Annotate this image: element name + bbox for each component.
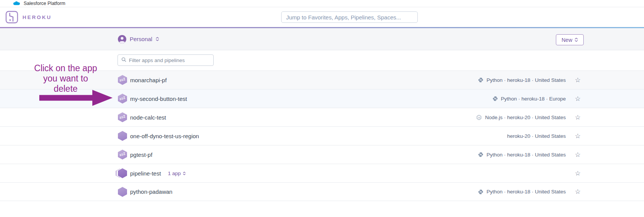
app-meta-text: Python · heroku-18 · United States <box>486 77 566 83</box>
app-name-link[interactable]: my-second-button-test <box>130 96 187 102</box>
app-icon <box>118 187 127 197</box>
favorite-star-icon[interactable]: ☆ <box>575 170 581 177</box>
favorite-star-icon[interactable]: ☆ <box>575 152 581 158</box>
python-icon <box>478 152 483 157</box>
app-row-node-calc-test[interactable]: zzZ node-calc-test JS Node.js · heroku-2… <box>0 108 644 126</box>
app-meta: Python · heroku-18 · Europe <box>493 96 566 102</box>
app-list: zzZ monarchapi-pf Python · heroku-18 · U… <box>0 70 644 201</box>
filter-box[interactable] <box>118 54 214 66</box>
app-meta-text: Python · heroku-18 · Europe <box>501 96 566 102</box>
new-button-sorter-icon <box>575 38 578 42</box>
account-subheader: Personal New <box>0 28 644 50</box>
app-row-python-padawan[interactable]: python-padawan Python · heroku-18 · Unit… <box>0 182 644 201</box>
pipeline-row-pipeline-test[interactable]: pipeline-test 1 app ☆ <box>0 164 644 182</box>
search-icon <box>121 57 126 64</box>
app-meta-text: Python · heroku-18 · United States <box>486 189 566 195</box>
app-meta-text: Python · heroku-18 · United States <box>486 152 566 158</box>
pipeline-app-count[interactable]: 1 app <box>168 171 186 176</box>
heroku-dashboard: Salesforce Platform HEROKU Personal <box>0 0 644 217</box>
app-row-pgtest-pf[interactable]: zzZ pgtest-pf Python · heroku-18 · Unite… <box>0 145 644 164</box>
app-meta-text: heroku-20 · United States <box>507 133 566 139</box>
pipeline-app-count-label: 1 app <box>168 171 181 176</box>
salesforce-cloud-icon <box>13 1 21 6</box>
salesforce-platform-label: Salesforce Platform <box>24 1 65 6</box>
salesforce-topbar: Salesforce Platform <box>0 0 644 7</box>
new-button-label: New <box>562 37 572 43</box>
global-search-input[interactable] <box>281 11 418 23</box>
sleeping-app-icon: zzZ <box>118 75 127 85</box>
app-meta: JS Node.js · heroku-20 · United States <box>476 115 566 120</box>
account-name: Personal <box>130 36 152 42</box>
nodejs-icon: JS <box>476 115 482 120</box>
python-icon <box>478 189 483 195</box>
app-meta: heroku-20 · United States <box>507 133 566 139</box>
app-meta: Python · heroku-18 · United States <box>478 152 566 158</box>
favorite-star-icon[interactable]: ☆ <box>575 96 581 102</box>
app-meta: Python · heroku-18 · United States <box>478 77 566 83</box>
app-name-link[interactable]: monarchapi-pf <box>130 77 167 83</box>
sleeping-app-icon: zzZ <box>118 150 127 160</box>
new-button[interactable]: New <box>556 34 584 45</box>
favorite-star-icon[interactable]: ☆ <box>575 77 581 83</box>
filter-apps-input[interactable] <box>129 57 210 63</box>
app-name-link[interactable]: one-off-dyno-test-us-region <box>130 133 199 139</box>
svg-text:JS: JS <box>478 116 481 118</box>
app-meta-text: Node.js · heroku-20 · United States <box>485 115 566 120</box>
app-meta: Python · heroku-18 · United States <box>478 189 566 195</box>
python-icon <box>493 96 498 101</box>
favorite-star-icon[interactable]: ☆ <box>575 114 581 121</box>
pipeline-sorter-icon <box>183 172 186 175</box>
heroku-logo-icon[interactable] <box>5 11 18 24</box>
sleeping-app-icon: zzZ <box>118 94 127 104</box>
app-icon <box>118 131 127 141</box>
app-row-monarchapi-pf[interactable]: zzZ monarchapi-pf Python · heroku-18 · U… <box>0 70 644 89</box>
account-switcher[interactable]: Personal <box>118 28 159 50</box>
app-row-one-off-dyno-test-us-region[interactable]: one-off-dyno-test-us-region heroku-20 · … <box>0 126 644 145</box>
pipeline-name-link[interactable]: pipeline-test <box>130 170 161 177</box>
sleeping-app-icon: zzZ <box>118 112 127 122</box>
favorite-star-icon[interactable]: ☆ <box>575 133 581 139</box>
heroku-header: HEROKU <box>0 7 644 27</box>
heroku-wordmark: HEROKU <box>23 14 52 20</box>
filter-band <box>0 50 644 70</box>
favorite-star-icon[interactable]: ☆ <box>575 188 581 195</box>
account-sorter-icon <box>156 37 159 41</box>
avatar <box>118 35 126 43</box>
app-name-link[interactable]: node-calc-test <box>130 114 166 121</box>
python-icon <box>478 77 483 83</box>
app-name-link[interactable]: pgtest-pf <box>130 152 152 158</box>
app-row-my-second-button-test[interactable]: zzZ my-second-button-test Python · herok… <box>0 89 644 108</box>
app-name-link[interactable]: python-padawan <box>130 188 172 195</box>
